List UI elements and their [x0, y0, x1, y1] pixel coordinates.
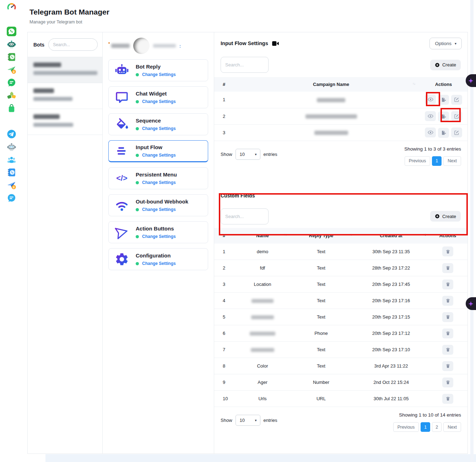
paper-plane-coin-blue-icon[interactable]: 1: [7, 180, 16, 190]
page-size-select[interactable]: 10▾: [236, 415, 260, 426]
delete-button[interactable]: [442, 296, 453, 306]
export-button[interactable]: [438, 112, 449, 121]
change-settings-link[interactable]: Change Settings: [142, 207, 176, 212]
options-button[interactable]: Options▾: [429, 38, 462, 49]
page-size-select[interactable]: 10▾: [236, 149, 260, 160]
settings-card-input-flow[interactable]: Input Flow Change Settings: [108, 140, 208, 162]
export-button[interactable]: [438, 95, 449, 105]
table-row: 1: [214, 92, 467, 108]
custom-fields-search-input[interactable]: [221, 208, 269, 224]
sort-icon-active[interactable]: ↑↓: [423, 233, 426, 237]
input-flow-search-input[interactable]: [221, 57, 269, 73]
phone-contacts-icon[interactable]: [7, 52, 16, 62]
view-button[interactable]: [425, 94, 436, 104]
view-button[interactable]: [425, 127, 436, 137]
team-group-icon[interactable]: [7, 155, 16, 164]
col-actions: Actions: [428, 228, 467, 244]
settings-card-persistent-menu[interactable]: </> Persistent Menu Change Settings: [108, 167, 208, 189]
paper-plane-coin-icon[interactable]: 1: [7, 65, 16, 75]
bot-list-item[interactable]: [28, 83, 102, 109]
edit-button[interactable]: [451, 95, 462, 105]
list-bars-icon: [114, 143, 129, 158]
delete-button[interactable]: [442, 246, 453, 256]
settings-card-action-buttons[interactable]: Action Buttons Change Settings: [108, 221, 208, 243]
page-1-button[interactable]: 1: [421, 422, 430, 432]
settings-card-outbound-webhook[interactable]: Out-bound Webhook Change Settings: [108, 194, 208, 216]
eye-icon: [428, 130, 433, 135]
delete-button[interactable]: [442, 394, 453, 404]
delete-button[interactable]: [442, 312, 453, 322]
create-input-flow-button[interactable]: Create: [430, 60, 461, 70]
ai-sparkle-button[interactable]: [466, 74, 476, 87]
chat-bubble-blue-icon[interactable]: [7, 193, 16, 203]
shopping-bag-icon[interactable]: [7, 103, 16, 113]
phone-contacts-blue-icon[interactable]: [7, 168, 16, 177]
delete-button[interactable]: [442, 361, 453, 371]
page-2-button[interactable]: 2: [432, 422, 442, 432]
bots-search-input[interactable]: [48, 38, 98, 51]
entries-label: entries: [264, 418, 277, 423]
speed-gauge-icon[interactable]: [7, 2, 16, 12]
actions-cell: [428, 260, 467, 276]
previous-page-button[interactable]: Previous: [393, 422, 419, 432]
edit-button[interactable]: [451, 111, 462, 121]
export-button[interactable]: [438, 128, 449, 138]
whatsapp-icon[interactable]: [7, 27, 16, 36]
selected-bot-header: :: [103, 32, 214, 59]
robot-secondary-icon[interactable]: [7, 142, 16, 152]
actions-cell: [428, 293, 467, 309]
edit-button[interactable]: [451, 127, 462, 137]
change-settings-link[interactable]: Change Settings: [142, 234, 176, 239]
row-number: 1: [214, 244, 237, 260]
status-green-dot: [136, 181, 139, 184]
page-1-button[interactable]: 1: [432, 156, 442, 166]
sort-icon[interactable]: ↑↓: [284, 233, 287, 237]
row-number: 10: [214, 391, 237, 407]
delete-button[interactable]: [442, 345, 453, 355]
scrollbar-track[interactable]: [470, 0, 474, 462]
field-name: fdf: [237, 260, 288, 276]
video-camera-icon: [272, 41, 279, 46]
reply-type: Text: [288, 293, 354, 309]
telegram-icon[interactable]: [7, 129, 16, 139]
next-page-button[interactable]: Next: [443, 156, 461, 166]
redacted-bot-name: [33, 114, 60, 119]
bot-list-item[interactable]: [28, 109, 102, 135]
change-settings-link[interactable]: Change Settings: [142, 126, 176, 131]
settings-card-sequence[interactable]: Sequence Change Settings: [108, 113, 208, 135]
view-button[interactable]: [425, 111, 436, 121]
delete-button[interactable]: [442, 377, 453, 387]
settings-card-bot-reply[interactable]: Bot Reply Change Settings: [108, 59, 208, 81]
delete-button[interactable]: [442, 328, 453, 338]
row-number: 1: [214, 92, 243, 108]
create-custom-field-button[interactable]: Create: [430, 211, 461, 222]
plus-circle-icon: [435, 62, 440, 67]
redacted-bot-handle: [153, 44, 176, 48]
change-settings-link[interactable]: Change Settings: [142, 180, 176, 185]
previous-page-button[interactable]: Previous: [405, 156, 431, 166]
custom-fields-title: Custom Fields: [221, 193, 467, 199]
redacted-bot-title: [111, 44, 130, 48]
collaboration-puzzle-icon[interactable]: [7, 91, 16, 100]
next-page-button[interactable]: Next: [443, 422, 461, 432]
settings-card-configuration[interactable]: Configuration Change Settings: [108, 248, 208, 270]
reply-type: Text: [288, 342, 354, 358]
input-flow-table: # Campaign Name↑↓ Actions 1: [214, 77, 467, 141]
redacted-separator: :: [179, 43, 181, 49]
sort-icon[interactable]: ↑↓: [349, 233, 352, 237]
bot-list: [28, 57, 102, 135]
trash-icon: [445, 331, 450, 336]
sort-icon[interactable]: ↑↓: [412, 82, 415, 86]
delete-button[interactable]: [442, 263, 453, 273]
change-settings-link[interactable]: Change Settings: [142, 261, 176, 266]
chat-bubble-icon[interactable]: [7, 78, 16, 87]
change-settings-link[interactable]: Change Settings: [142, 72, 176, 77]
robot-assistant-icon[interactable]: [7, 39, 16, 49]
delete-button[interactable]: [442, 279, 453, 289]
change-settings-link[interactable]: Change Settings: [142, 99, 176, 104]
settings-card-chat-widget[interactable]: Chat Widget Change Settings: [108, 86, 208, 108]
bot-list-item[interactable]: [28, 57, 102, 83]
change-settings-link[interactable]: Change Settings: [142, 153, 176, 158]
ai-sparkle-button[interactable]: [466, 297, 476, 310]
custom-fields-table: # Name↑↓ Reply Type↑↓ Created at↑↓ Actio…: [214, 228, 467, 407]
